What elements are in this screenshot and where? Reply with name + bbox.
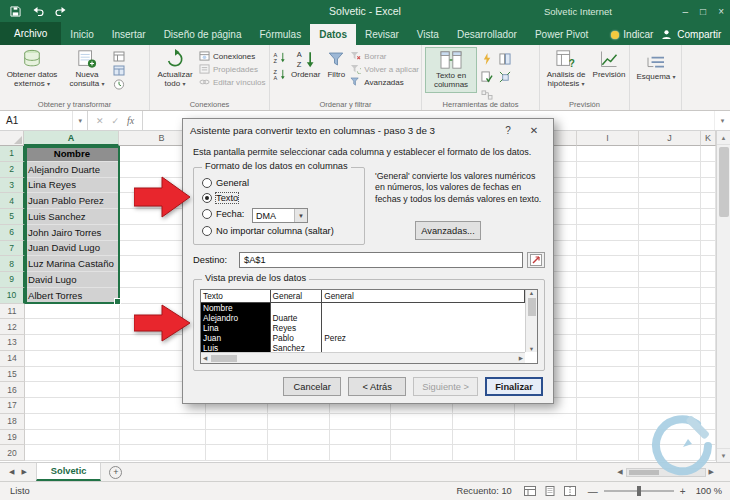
cell-D20[interactable]: [268, 445, 330, 461]
cell-K7[interactable]: [701, 241, 716, 257]
cell-I10[interactable]: [577, 288, 639, 304]
row-header-6[interactable]: 6: [0, 225, 25, 241]
row-header-8[interactable]: 8: [0, 256, 25, 272]
cell-C18[interactable]: [206, 414, 268, 430]
remove-duplicates-button[interactable]: [497, 51, 513, 67]
row-header-4[interactable]: 4: [0, 193, 25, 209]
preview-cell-0-1[interactable]: [271, 303, 323, 313]
row-header-18[interactable]: 18: [0, 414, 25, 430]
edit-links-button[interactable]: Editar vínculos: [199, 77, 265, 87]
row-header-1[interactable]: 1: [0, 146, 25, 162]
ribbon-tab-fórmulas[interactable]: Fórmulas: [250, 24, 310, 45]
radio-texto[interactable]: Texto: [202, 193, 238, 203]
cell-H19[interactable]: [515, 430, 577, 446]
cell-A1[interactable]: Nombre: [25, 146, 120, 162]
preview-cell-2-1[interactable]: Reyes: [271, 323, 323, 333]
undo-icon[interactable]: [31, 4, 45, 18]
cell-E18[interactable]: [330, 414, 392, 430]
ribbon-tab-revisar[interactable]: Revisar: [356, 24, 408, 45]
cancel-button[interactable]: Cancelar: [283, 377, 341, 396]
cell-K12[interactable]: [701, 319, 716, 335]
cell-I19[interactable]: [577, 430, 639, 446]
cell-A10[interactable]: Albert Torres: [25, 288, 120, 304]
column-header-I[interactable]: I: [577, 131, 639, 146]
row-header-9[interactable]: 9: [0, 272, 25, 288]
dialog-close-icon[interactable]: ✕: [522, 122, 546, 139]
ribbon-tab-archivo[interactable]: Archivo: [0, 22, 61, 45]
cell-I17[interactable]: [577, 398, 639, 414]
sort-za-button[interactable]: ZA: [273, 68, 287, 81]
preview-vertical-scrollbar[interactable]: ▲ ▼: [525, 290, 537, 352]
cell-A17[interactable]: [25, 398, 120, 414]
cell-I13[interactable]: [577, 335, 639, 351]
share-button[interactable]: Compartir: [661, 29, 730, 45]
cell-G19[interactable]: [453, 430, 515, 446]
preview-cell-4-0[interactable]: Luis: [201, 343, 271, 352]
cell-A14[interactable]: [25, 351, 120, 367]
cell-I16[interactable]: [577, 382, 639, 398]
row-header-2[interactable]: 2: [0, 162, 25, 178]
next-button[interactable]: Siguiente >: [413, 377, 478, 396]
cell-B19[interactable]: [120, 430, 206, 446]
cell-A4[interactable]: Juan Pablo Perez: [25, 193, 120, 209]
preview-cell-3-2[interactable]: Perez: [322, 333, 525, 343]
preview-cell-3-0[interactable]: Juan: [201, 333, 271, 343]
vertical-scrollbar[interactable]: ▲ ▼: [716, 131, 730, 462]
ribbon-tab-datos[interactable]: Datos: [310, 24, 356, 45]
new-sheet-icon[interactable]: +: [109, 466, 122, 479]
cell-K9[interactable]: [701, 272, 716, 288]
cell-G18[interactable]: [453, 414, 515, 430]
flash-fill-button[interactable]: [479, 51, 495, 67]
preview-hscroll-thumb[interactable]: [211, 355, 237, 362]
cell-K15[interactable]: [701, 367, 716, 383]
cell-J14[interactable]: [639, 351, 701, 367]
date-format-select[interactable]: DMA ▼: [252, 208, 308, 223]
preview-scroll-down-icon[interactable]: ▼: [529, 346, 534, 352]
cell-I6[interactable]: [577, 225, 639, 241]
preview-cell-4-1[interactable]: Sanchez: [271, 343, 323, 352]
page-break-view-icon[interactable]: [562, 484, 578, 498]
vertical-scroll-thumb[interactable]: [719, 147, 729, 217]
cell-K2[interactable]: [701, 162, 716, 178]
column-header-A[interactable]: A: [24, 131, 119, 146]
row-header-17[interactable]: 17: [0, 398, 25, 414]
cell-K3[interactable]: [701, 178, 716, 194]
sort-az-button[interactable]: AZ: [273, 51, 287, 64]
preview-cell-1-2[interactable]: [322, 313, 525, 323]
recent-sources-button[interactable]: [113, 79, 125, 90]
row-header-15[interactable]: 15: [0, 367, 25, 383]
cell-J10[interactable]: [639, 288, 701, 304]
preview-cell-3-1[interactable]: Pablo: [271, 333, 323, 343]
row-header-10[interactable]: 10: [0, 288, 25, 304]
row-header-11[interactable]: 11: [0, 304, 25, 320]
preview-scroll-right-icon[interactable]: ▶: [519, 355, 523, 361]
cell-A15[interactable]: [25, 367, 120, 383]
from-table-button[interactable]: [113, 65, 125, 76]
dialog-titlebar[interactable]: Asistente para convertir texto en column…: [183, 119, 553, 141]
preview-horizontal-scrollbar[interactable]: ◀ ▶: [201, 352, 525, 363]
cell-B18[interactable]: [120, 414, 206, 430]
zoom-in-icon[interactable]: +: [680, 486, 686, 497]
data-validation-button[interactable]: [479, 69, 495, 85]
consolidate-button[interactable]: [497, 69, 513, 85]
back-button[interactable]: < Atrás: [348, 377, 406, 396]
cell-A8[interactable]: Luz Marina Castaño: [25, 256, 120, 272]
row-header-12[interactable]: 12: [0, 319, 25, 335]
cell-J15[interactable]: [639, 367, 701, 383]
cell-A6[interactable]: John Jairo Torres: [25, 225, 120, 241]
cell-K5[interactable]: [701, 209, 716, 225]
cell-A12[interactable]: [25, 319, 120, 335]
row-header-7[interactable]: 7: [0, 241, 25, 257]
cell-K8[interactable]: [701, 256, 716, 272]
close-button[interactable]: ×: [718, 6, 724, 17]
save-icon[interactable]: [8, 4, 22, 18]
select-all-corner[interactable]: [0, 131, 24, 146]
name-box-chevron-down-icon[interactable]: ▾: [72, 111, 87, 130]
filter-button[interactable]: Filtro: [324, 47, 348, 82]
cell-C19[interactable]: [206, 430, 268, 446]
new-query-button[interactable]: Nueva consulta ▾: [63, 47, 111, 91]
finish-button[interactable]: Finalizar: [485, 377, 543, 396]
preview-cell-4-2[interactable]: [322, 343, 525, 352]
cell-J7[interactable]: [639, 241, 701, 257]
column-header-J[interactable]: J: [639, 131, 701, 146]
